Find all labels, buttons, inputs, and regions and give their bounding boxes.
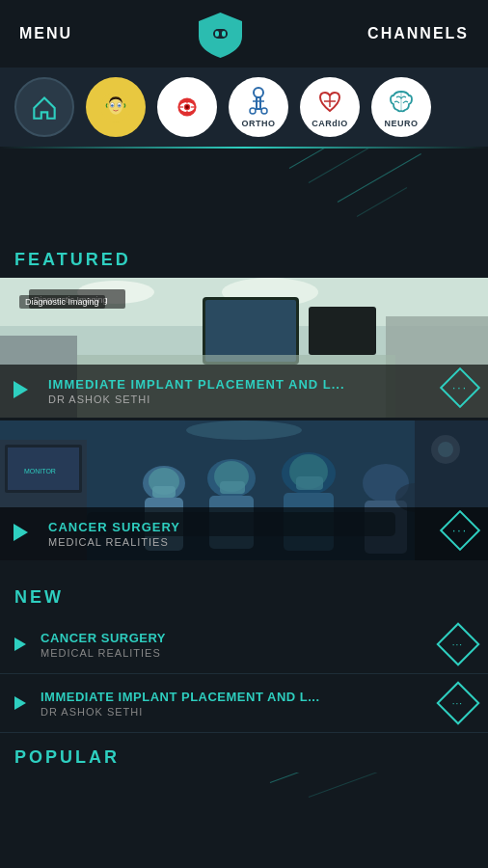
logo-icon	[194, 10, 247, 58]
neuro-label: NEURO	[384, 119, 418, 128]
channel-cardio[interactable]: CARdIO	[300, 77, 360, 137]
diamond-dots-1-icon: ···	[452, 639, 463, 650]
face-icon	[100, 92, 131, 122]
svg-point-63	[438, 442, 453, 457]
home-icon	[29, 92, 60, 122]
svg-point-22	[250, 108, 256, 114]
featured-card-1-subtitle: DR ASHOK SETHI	[48, 393, 440, 405]
channels-button[interactable]: CHANNELS	[367, 25, 469, 42]
play-icon-2	[14, 696, 26, 710]
svg-point-19	[254, 88, 263, 97]
neuro-icon	[386, 86, 417, 117]
new-item-1-text: CANCER SURGERY MEDICAL REALITIES	[41, 631, 443, 659]
featured-label: FEATURED	[0, 240, 488, 278]
ortho-icon	[243, 86, 274, 117]
svg-rect-35	[309, 307, 376, 355]
svg-rect-1	[215, 31, 219, 37]
svg-point-9	[118, 104, 121, 107]
new-item-2[interactable]: IMMEDIATE IMPLANT PLACEMENT AND L... DR …	[0, 674, 488, 733]
new-item-1-more[interactable]: ···	[436, 622, 479, 665]
svg-text:Diagnostic Imaging: Diagnostic Imaging	[34, 295, 108, 305]
svg-rect-48	[152, 486, 176, 498]
bottom-deco-line-2	[309, 773, 399, 798]
play-icon-1	[14, 637, 26, 651]
deco-line-4	[357, 187, 407, 217]
svg-rect-34	[205, 300, 296, 362]
featured-card-2[interactable]: MONITOR	[0, 420, 488, 560]
cardio-icon	[314, 86, 345, 117]
ortho-label: ORTHO	[242, 119, 276, 128]
channel-active[interactable]	[157, 77, 217, 137]
featured-card-2-title: CANCER SURGERY	[48, 520, 440, 534]
decorative-section	[0, 149, 488, 240]
new-item-2-text: IMMEDIATE IMPLANT PLACEMENT AND L... DR …	[41, 690, 443, 718]
new-item-1[interactable]: CANCER SURGERY MEDICAL REALITIES ···	[0, 615, 488, 674]
channel-neuro[interactable]: NEURO	[371, 77, 431, 137]
bottom-deco-line-1	[270, 773, 406, 783]
svg-rect-37	[29, 289, 125, 309]
featured-card-1-play[interactable]	[14, 381, 28, 398]
svg-point-23	[261, 108, 267, 114]
deco-line-1	[289, 149, 390, 169]
svg-rect-52	[220, 481, 245, 494]
new-item-2-title: IMMEDIATE IMPLANT PLACEMENT AND L...	[41, 690, 443, 704]
featured-card-1-overlay: IMMEDIATE IMPLANT PLACEMENT AND L... DR …	[0, 365, 488, 418]
svg-point-14	[185, 105, 189, 109]
menu-button[interactable]: MENU	[19, 25, 72, 42]
new-label: NEW	[0, 578, 488, 615]
popular-section: POPULAR	[0, 733, 488, 773]
featured-card-2-overlay: CANCER SURGERY MEDICAL REALITIES ···	[0, 507, 488, 560]
featured-card-2-subtitle: MEDICAL REALITIES	[48, 536, 440, 548]
svg-point-8	[111, 104, 114, 107]
app-logo[interactable]	[191, 10, 249, 58]
cardio-label: CARdIO	[312, 119, 348, 128]
svg-rect-20	[257, 97, 260, 109]
channel-navigation: ORTHO CARdIO NEURO	[0, 68, 488, 147]
diamond-dots-2-icon: ···	[452, 698, 463, 709]
channel-home[interactable]	[14, 77, 74, 137]
featured-section: FEATURED Diag	[0, 240, 488, 560]
deco-line-2	[309, 149, 376, 183]
more-dots-2-icon: ···	[452, 525, 468, 536]
active-channel-icon	[172, 92, 203, 122]
new-item-2-more[interactable]: ···	[436, 681, 479, 724]
channel-face[interactable]	[86, 77, 146, 137]
popular-label: POPULAR	[14, 747, 474, 768]
svg-text:MONITOR: MONITOR	[24, 468, 56, 475]
new-item-1-title: CANCER SURGERY	[41, 631, 443, 645]
featured-card-1-more[interactable]: ···	[440, 367, 480, 408]
featured-card-1-title: IMMEDIATE IMPLANT PLACEMENT AND L...	[48, 377, 440, 392]
bottom-deco	[0, 773, 488, 811]
svg-rect-56	[296, 476, 323, 490]
new-item-2-subtitle: DR ASHOK SETHI	[41, 706, 443, 718]
featured-card-2-play[interactable]	[14, 524, 28, 541]
more-dots-icon: ···	[452, 382, 468, 393]
deco-line-3	[338, 153, 421, 203]
svg-rect-2	[222, 31, 226, 37]
featured-card-2-more[interactable]: ···	[440, 510, 480, 551]
header: MENU CHANNELS	[0, 0, 488, 68]
channel-ortho[interactable]: ORTHO	[229, 77, 288, 137]
svg-point-40	[186, 420, 302, 440]
new-item-1-subtitle: MEDICAL REALITIES	[41, 647, 443, 659]
featured-card-1[interactable]: Diagnostic Imaging IMMEDIATE IMPLANT PLA…	[0, 278, 488, 418]
new-section: NEW CANCER SURGERY MEDICAL REALITIES ···…	[0, 563, 488, 733]
